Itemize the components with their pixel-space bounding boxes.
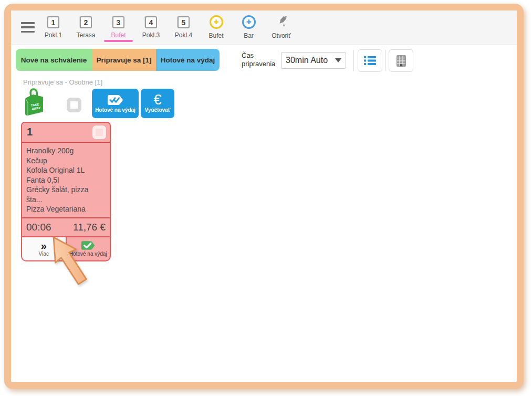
hamburger-bar — [21, 26, 35, 28]
order-item: Kofola Original 1L — [26, 165, 106, 175]
order-item: Hranolky 200g — [26, 146, 106, 156]
order-item: Grécky šalát, pizza šta... — [26, 185, 106, 204]
tab-pokl4[interactable]: 5 Pokl.4 — [168, 15, 200, 45]
filter-new-approval-button[interactable]: Nové na schválenie — [16, 49, 92, 71]
tag-double-check-icon — [107, 94, 124, 106]
prep-time-value: 30min Auto — [286, 56, 328, 65]
plus-circle-yellow-icon: ✚ — [210, 15, 223, 29]
tab-number-icon: 5 — [178, 16, 190, 28]
tab-label: Bufet — [208, 32, 223, 39]
tab-bar-new-order[interactable]: ✚ Bar — [233, 15, 265, 45]
bulk-bill-button[interactable]: € Vyúčtovať — [141, 89, 174, 118]
tab-label: Pokl.4 — [175, 32, 192, 39]
tab-bufet[interactable]: 3 Bufet — [102, 15, 134, 45]
order-items-list: Hranolky 200g Kečup Kofola Original 1L F… — [22, 143, 110, 218]
divider — [353, 50, 354, 71]
tab-label: Pokl.3 — [142, 32, 160, 39]
tab-number-icon: 3 — [112, 16, 124, 28]
order-total: 11,76 € — [73, 222, 106, 233]
divider — [385, 50, 385, 71]
tab-bufet-new-order[interactable]: ✚ Bufet — [200, 15, 232, 45]
euro-icon: € — [153, 94, 161, 106]
order-item: Fanta 0,5l — [26, 175, 106, 185]
list-view-button[interactable] — [358, 49, 382, 72]
hamburger-bar — [21, 22, 35, 24]
tab-pokl1[interactable]: 1 Pokl.1 — [37, 15, 69, 45]
hamburger-bar — [21, 31, 35, 33]
register-tabs: 1 Pokl.1 2 Terasa 3 Bufet 4 Pokl.3 5 Pok… — [37, 15, 297, 45]
pointer-arrow-cursor — [30, 232, 98, 303]
section-title: Pripravuje sa - Osobne [1] — [23, 78, 102, 86]
app-frame: 1 Pokl.1 2 Terasa 3 Bufet 4 Pokl.3 5 Pok… — [4, 4, 524, 389]
chevron-down-icon — [335, 58, 341, 62]
tab-otvorit[interactable]: Otvoriť — [265, 15, 297, 45]
tab-number-icon: 4 — [145, 16, 157, 28]
take-away-carton-icon: TAKEAWAY — [22, 88, 48, 118]
list-icon — [364, 56, 376, 66]
bulk-ready-button[interactable]: Hotové na výdaj — [92, 89, 139, 118]
tab-number-icon: 2 — [80, 16, 92, 28]
tab-label: Pokl.1 — [45, 32, 62, 39]
keypad-icon — [396, 55, 406, 67]
prep-time-select[interactable]: 30min Auto — [281, 52, 346, 69]
bulk-bill-label: Vyúčtovať — [145, 107, 171, 113]
order-item: Pizza Vegetariana — [26, 204, 106, 214]
filter-preparing-button[interactable]: Pripravuje sa [1] — [92, 49, 156, 71]
tab-label: Bar — [244, 32, 254, 39]
tab-label: Terasa — [76, 32, 95, 39]
order-checkbox[interactable] — [92, 125, 106, 139]
tab-terasa[interactable]: 2 Terasa — [70, 15, 102, 45]
app-content: 1 Pokl.1 2 Terasa 3 Bufet 4 Pokl.3 5 Pok… — [11, 10, 517, 382]
hamburger-menu-icon[interactable] — [21, 22, 35, 33]
topbar: 1 Pokl.1 2 Terasa 3 Bufet 4 Pokl.3 5 Pok… — [11, 10, 517, 45]
prep-time-label: Čas pripravenia — [242, 51, 277, 68]
tab-number-icon: 1 — [47, 16, 59, 28]
order-item: Kečup — [26, 156, 106, 166]
tab-pokl3[interactable]: 4 Pokl.3 — [135, 15, 167, 45]
grid-view-button[interactable] — [389, 49, 413, 72]
tab-label: Bufet — [111, 32, 126, 39]
tab-label: Otvoriť — [272, 32, 291, 39]
order-number: 1 — [27, 126, 33, 138]
bulk-ready-label: Hotové na výdaj — [95, 107, 135, 113]
filter-ready-button[interactable]: Hotové na výdaj — [156, 49, 220, 71]
marker-pen-icon — [275, 15, 288, 29]
order-elapsed-time: 00:06 — [26, 222, 51, 233]
status-filter-group: Nové na schválenie Pripravuje sa [1] Hot… — [16, 49, 220, 71]
plus-circle-blue-icon: ✚ — [242, 15, 256, 29]
order-card-header: 1 — [22, 123, 110, 143]
select-all-checkbox[interactable] — [67, 98, 81, 112]
